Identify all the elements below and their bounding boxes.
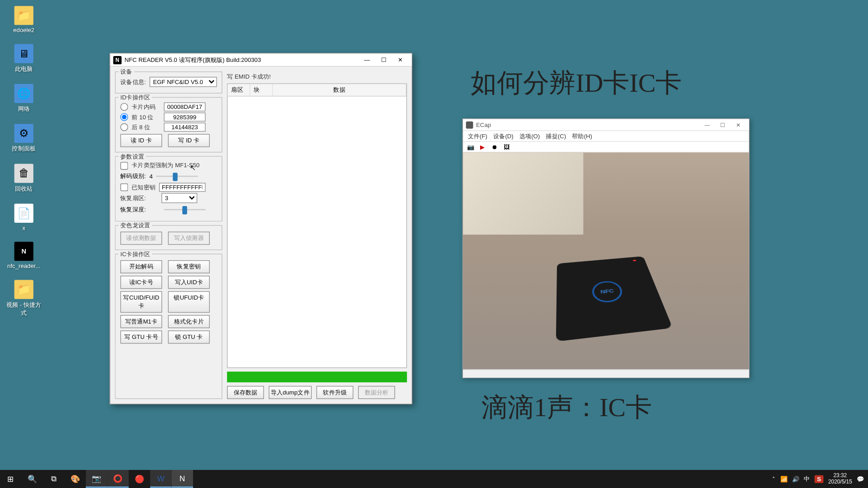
card-inner-field[interactable]: [164, 103, 205, 112]
task-view-button[interactable]: ⧉: [43, 470, 64, 488]
device-group: 设备 设备信息: EGF NFC&ID V5.0: [115, 71, 222, 94]
desktop-icon-edoele2[interactable]: 📁 edoele2: [6, 6, 42, 33]
restore-key-button[interactable]: 恢复密钥: [168, 260, 210, 273]
desktop-icon-control-panel[interactable]: ⚙ 控制面板: [6, 124, 42, 153]
desktop-icon-video-shortcut[interactable]: 📁 视频 - 快捷方式: [6, 280, 42, 317]
tray-volume-icon[interactable]: 🔊: [792, 475, 799, 482]
icon-label: 视频 - 快捷方式: [6, 301, 42, 318]
nfc-reader-device: NFC: [556, 256, 673, 341]
tray-ime[interactable]: 中: [804, 474, 810, 483]
start-decode-button[interactable]: 开始解码: [120, 260, 162, 273]
back8-label: 后 8 位: [132, 123, 160, 131]
read-id-button[interactable]: 读 ID 卡: [120, 134, 162, 147]
back8-field[interactable]: [164, 123, 205, 132]
front10-field[interactable]: [164, 113, 205, 122]
front10-radio[interactable]: [120, 113, 128, 121]
taskbar-app-nfc[interactable]: N: [172, 470, 193, 488]
close-button[interactable]: ✕: [731, 120, 746, 130]
taskbar-clock[interactable]: 23:32 2020/5/15: [828, 472, 852, 485]
data-analysis-button[interactable]: 数据分析: [358, 386, 395, 399]
ecap-menubar: 文件(F) 设备(D) 选项(O) 捕捉(C) 帮助(H): [463, 131, 749, 142]
col-block-header[interactable]: 块: [250, 84, 273, 96]
tray-ime-badge[interactable]: S: [815, 475, 823, 483]
decode-level-value: 4: [150, 173, 153, 179]
taskbar-app-word[interactable]: W: [150, 470, 171, 488]
desktop-icon-nfc-reader[interactable]: N nfc_reader...: [6, 242, 42, 269]
camera-icon[interactable]: 📷: [467, 143, 475, 151]
restore-sector-select[interactable]: 3: [161, 193, 197, 203]
clock-date: 2020/5/15: [828, 479, 852, 485]
nfc-app-icon: N: [14, 242, 33, 261]
minimize-button[interactable]: —: [699, 120, 715, 130]
control-panel-icon: ⚙: [14, 124, 33, 143]
group-title: 变色龙设置: [118, 221, 152, 230]
taskbar-app-4[interactable]: 🔴: [129, 470, 150, 488]
card-inner-radio[interactable]: [120, 103, 128, 111]
icon-label: 此电脑: [15, 65, 33, 73]
card-type-checkbox[interactable]: [120, 162, 128, 169]
id-card-group: ID卡操作区 卡片内码 前 10 位 后 8 位 读 ID 卡: [115, 97, 222, 153]
save-data-button[interactable]: 保存数据: [227, 386, 264, 399]
search-button[interactable]: 🔍: [21, 470, 42, 488]
write-m1-button[interactable]: 写普通M1卡: [120, 315, 162, 328]
play-icon[interactable]: ▶: [478, 143, 486, 151]
tray-network-icon[interactable]: 📶: [780, 475, 788, 482]
write-id-button[interactable]: 写 ID 卡: [168, 134, 210, 147]
write-uid-button[interactable]: 写入UID卡: [168, 276, 210, 289]
desktop-icon-network[interactable]: 🌐 网络: [6, 84, 42, 113]
known-key-field[interactable]: [159, 183, 206, 192]
close-button[interactable]: ✕: [392, 55, 409, 66]
back8-radio[interactable]: [120, 123, 128, 131]
tray-notification-icon[interactable]: 💬: [857, 475, 864, 482]
maximize-button[interactable]: ☐: [375, 55, 392, 66]
record-icon[interactable]: ⏺: [491, 143, 499, 151]
write-gtu-button[interactable]: 写 GTU 卡号: [120, 330, 162, 343]
status-text: 写 EMID 卡成功!: [227, 71, 407, 82]
read-detect-button[interactable]: 读侦测数据: [120, 232, 162, 245]
taskbar-app-obs[interactable]: ⭕: [107, 470, 128, 488]
restore-depth-slider[interactable]: [164, 206, 205, 213]
menu-device[interactable]: 设备(D): [493, 132, 514, 140]
col-sector-header[interactable]: 扇区: [227, 84, 250, 96]
taskbar: ⊞ 🔍 ⧉ 🎨 📷 ⭕ 🔴 W N ˄ 📶 🔊 中 S 23:32 2020/5…: [0, 470, 868, 488]
software-upgrade-button[interactable]: 软件升级: [316, 386, 354, 399]
desktop-icon-x[interactable]: 📄 x: [6, 204, 42, 231]
nfc-titlebar[interactable]: N NFC READER V5.0 读写程序(旗舰版) Build:200303…: [110, 54, 412, 67]
decode-level-slider[interactable]: [156, 173, 198, 180]
taskbar-app-2[interactable]: 📷: [86, 470, 107, 488]
menu-file[interactable]: 文件(F): [468, 132, 487, 140]
image-icon[interactable]: 🖼: [502, 143, 510, 151]
col-data-header[interactable]: 数据: [273, 84, 406, 96]
minimize-button[interactable]: —: [359, 55, 375, 66]
decode-level-label: 解码级别:: [120, 172, 146, 180]
menu-help[interactable]: 帮助(H): [572, 132, 592, 140]
write-cuid-button[interactable]: 写CUID/FUID卡: [120, 291, 162, 313]
menu-capture[interactable]: 捕捉(C): [546, 132, 566, 140]
folder-icon: 📁: [14, 6, 33, 25]
start-button[interactable]: ⊞: [0, 470, 21, 488]
taskbar-app-1[interactable]: 🎨: [64, 470, 85, 488]
progress-bar: [227, 371, 407, 382]
device-info-select[interactable]: EGF NFC&ID V5.0: [150, 77, 217, 87]
lock-gtu-button[interactable]: 锁 GTU 卡: [168, 330, 210, 343]
maximize-button[interactable]: ☐: [715, 120, 731, 130]
desktop-icon-recycle-bin[interactable]: 🗑 回收站: [6, 164, 42, 193]
import-dump-button[interactable]: 导入dump文件: [269, 386, 311, 399]
icon-label: nfc_reader...: [7, 263, 40, 269]
known-key-checkbox[interactable]: [120, 183, 128, 191]
recycle-bin-icon: 🗑: [14, 164, 33, 183]
format-button[interactable]: 格式化卡片: [168, 315, 210, 328]
lock-ufuid-button[interactable]: 锁UFUID卡: [168, 291, 210, 313]
write-detect-button[interactable]: 写入侦测器: [168, 232, 210, 245]
data-table: 扇区 块 数据: [227, 84, 407, 368]
ecap-titlebar[interactable]: ECap — ☐ ✕: [463, 119, 749, 131]
tray-chevron-up-icon[interactable]: ˄: [772, 475, 775, 482]
nfc-reader-window: N NFC READER V5.0 读写程序(旗舰版) Build:200303…: [110, 53, 413, 404]
read-ic-button[interactable]: 读IC卡号: [120, 276, 162, 289]
desktop-icons: 📁 edoele2 🖥 此电脑 🌐 网络 ⚙ 控制面板 🗑 回收站 📄 x N …: [6, 6, 42, 317]
computer-icon: 🖥: [14, 44, 33, 63]
group-title: IC卡操作区: [118, 250, 152, 258]
front10-label: 前 10 位: [132, 113, 160, 121]
desktop-icon-this-pc[interactable]: 🖥 此电脑: [6, 44, 42, 74]
menu-options[interactable]: 选项(O): [519, 132, 540, 140]
